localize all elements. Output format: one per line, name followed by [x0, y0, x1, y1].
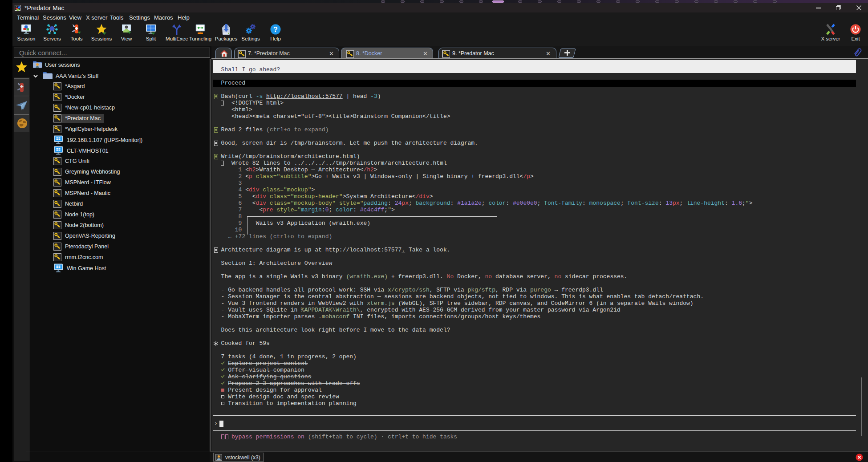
svg-text:?: ?: [273, 26, 278, 33]
